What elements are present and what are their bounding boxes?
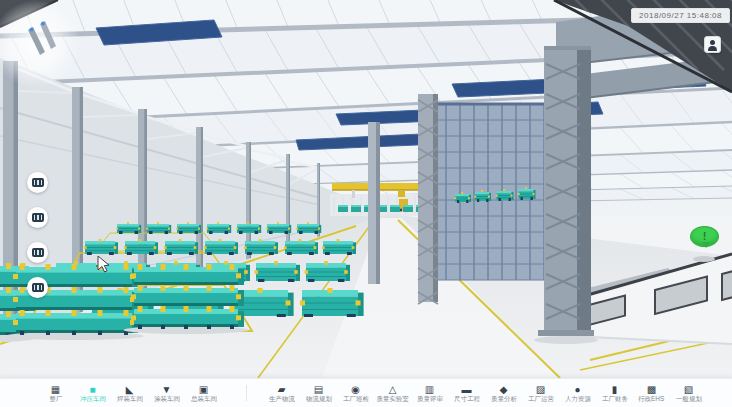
toolbar-item-left-3[interactable]: ▼涂装车间 <box>148 384 185 403</box>
toolbar-item-right-1[interactable]: ▤物流规划 <box>300 384 337 403</box>
toolbar-item-label: 物流规划 <box>306 395 332 402</box>
scene-kpi-button-3[interactable] <box>27 242 48 263</box>
toolbar-item-right-7[interactable]: ▨工厂运营 <box>522 384 559 403</box>
monitor-chart-icon <box>32 283 44 292</box>
planning-file-icon: ▧ <box>684 384 693 395</box>
toolbar-item-label: 尺寸工程 <box>454 395 480 402</box>
alert-marker[interactable]: ! <box>690 226 719 247</box>
toolbar-item-right-5[interactable]: ▬尺寸工程 <box>448 384 485 403</box>
scene-kpi-button-1[interactable] <box>27 172 48 193</box>
logistics-truck-icon: ▰ <box>278 384 286 395</box>
toolbar-item-right-8[interactable]: ●人力资源 <box>559 384 596 403</box>
toolbar-item-label: 质量分析 <box>491 395 517 402</box>
toolbar-item-right-9[interactable]: ▮工厂财务 <box>596 384 633 403</box>
toolbar-item-right-10[interactable]: ▩行政EHS <box>633 384 670 403</box>
bottom-toolbar: ▦整厂■冲压车间◣焊装车间▼涂装车间▣总装车间 ▰生产物流▤物流规划◉工厂巡检△… <box>0 378 732 407</box>
planning-doc-icon: ▤ <box>314 384 323 395</box>
factory-3d-viewport[interactable] <box>0 0 732 378</box>
user-button[interactable] <box>704 36 721 53</box>
quality-review-icon: ▥ <box>425 384 434 395</box>
toolbar-item-left-0[interactable]: ▦整厂 <box>37 384 74 403</box>
mouse-cursor-icon <box>97 255 113 279</box>
toolbar-item-label: 行政EHS <box>638 395 664 402</box>
toolbar-item-right-4[interactable]: ▥质量评审 <box>411 384 448 403</box>
finance-briefcase-icon: ▮ <box>612 384 618 395</box>
quality-shield-icon: ◆ <box>500 384 508 395</box>
scene-kpi-button-2[interactable] <box>27 207 48 228</box>
toolbar-item-label: 质量实验室 <box>376 395 408 402</box>
monitor-chart-icon <box>32 178 44 187</box>
assembly-workshop-icon: ▣ <box>199 384 208 395</box>
ehs-grid-icon: ▩ <box>647 384 656 395</box>
toolbar-item-label: 工厂运营 <box>528 395 554 402</box>
toolbar-item-label: 一般规划 <box>676 395 702 402</box>
toolbar-item-right-0[interactable]: ▰生产物流 <box>263 384 300 403</box>
monitor-chart-icon <box>32 248 44 257</box>
scene-kpi-button-4[interactable] <box>27 277 48 298</box>
toolbar-item-label: 涂装车间 <box>154 395 180 402</box>
inspection-camera-icon: ◉ <box>351 384 360 395</box>
toolbar-item-left-4[interactable]: ▣总装车间 <box>185 384 222 403</box>
digital-factory-app: 2018/09/27 15:48:08 ! ▦整厂■冲压车间◣焊装车间▼涂装车间… <box>0 0 732 407</box>
hr-person-icon: ● <box>574 384 580 395</box>
factory-overview-icon: ▦ <box>51 384 60 395</box>
user-icon <box>710 40 715 45</box>
monitor-chart-icon <box>32 213 44 222</box>
toolbar-item-label: 生产物流 <box>269 395 295 402</box>
toolbar-item-label: 总装车间 <box>191 395 217 402</box>
toolbar-item-label: 工厂巡检 <box>343 395 369 402</box>
stamping-workshop-icon: ■ <box>89 384 95 395</box>
toolbar-item-label: 质量评审 <box>417 395 443 402</box>
exclamation-icon: ! <box>703 231 707 242</box>
function-nav-group: ▰生产物流▤物流规划◉工厂巡检△质量实验室▥质量评审▬尺寸工程◆质量分析▨工厂运… <box>263 384 707 403</box>
toolbar-item-right-11[interactable]: ▧一般规划 <box>670 384 707 403</box>
dimension-ruler-icon: ▬ <box>462 384 472 395</box>
toolbar-item-right-6[interactable]: ◆质量分析 <box>485 384 522 403</box>
toolbar-item-label: 冲压车间 <box>80 395 106 402</box>
workshop-nav-group: ▦整厂■冲压车间◣焊装车间▼涂装车间▣总装车间 <box>37 384 222 403</box>
scene-timestamp: 2018/09/27 15:48:08 <box>631 8 730 23</box>
toolbar-divider <box>246 385 247 401</box>
quality-lab-icon: △ <box>389 384 397 395</box>
toolbar-item-left-2[interactable]: ◣焊装车间 <box>111 384 148 403</box>
toolbar-item-label: 焊装车间 <box>117 395 143 402</box>
toolbar-item-label: 人力资源 <box>565 395 591 402</box>
toolbar-item-label: 整厂 <box>49 395 62 402</box>
toolbar-item-right-3[interactable]: △质量实验室 <box>374 384 411 403</box>
welding-workshop-icon: ◣ <box>126 384 134 395</box>
toolbar-item-label: 工厂财务 <box>602 395 628 402</box>
toolbar-item-left-1[interactable]: ■冲压车间 <box>74 384 111 403</box>
painting-workshop-icon: ▼ <box>162 384 172 395</box>
toolbar-item-right-2[interactable]: ◉工厂巡检 <box>337 384 374 403</box>
operations-chart-icon: ▨ <box>536 384 545 395</box>
